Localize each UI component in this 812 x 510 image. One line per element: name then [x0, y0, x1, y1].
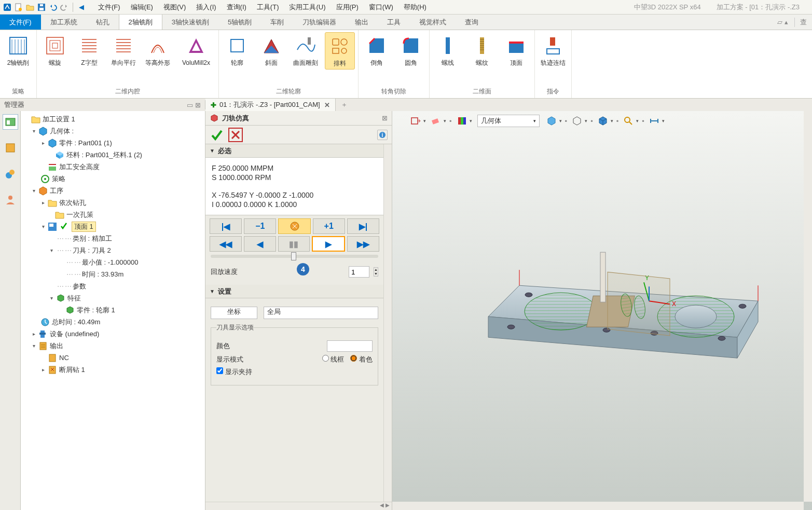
ribbon-btn-link[interactable]: 轨迹连结: [538, 32, 568, 68]
save-icon[interactable]: [36, 2, 47, 12]
cancel-button[interactable]: [228, 128, 243, 142]
playback-play-button[interactable]: ▶: [312, 236, 345, 252]
ribbon-tab-editor[interactable]: 刀轨编辑器: [293, 15, 346, 30]
ribbon-tab-sys[interactable]: 加工系统: [41, 15, 87, 30]
ribbon-btn-fillet[interactable]: 圆角: [396, 32, 426, 68]
playback-forward-button[interactable]: ▶▶: [347, 236, 379, 252]
ribbon-btn-nest[interactable]: 排料: [325, 32, 355, 70]
tree-total[interactable]: 总时间 : 40.49m: [23, 316, 203, 328]
ribbon-btn-bevel[interactable]: 斜面: [256, 32, 286, 68]
ribbon-btn-thread[interactable]: 螺纹: [467, 32, 497, 68]
menu-app[interactable]: 应用(P): [331, 3, 364, 12]
menu-tools[interactable]: 工具(T): [252, 3, 284, 12]
tree-chip[interactable]: ▸断屑钻 1: [23, 364, 203, 376]
playback-rewind-button[interactable]: ◀◀: [210, 236, 242, 252]
rail-btn-geometry[interactable]: [3, 140, 18, 156]
tree-drillonce[interactable]: 一次孔策: [23, 209, 203, 220]
mode-shade-radio[interactable]: 着色: [350, 355, 373, 364]
ribbon-btn-mill2ax[interactable]: 2轴铣削: [3, 32, 33, 68]
rail-btn-manager[interactable]: [3, 114, 18, 130]
tree-min[interactable]: ⋯⋯最小值 : -1.000000: [23, 256, 203, 268]
ribbon-tab-mill5[interactable]: 5轴铣削: [218, 15, 261, 30]
sim-hscrollbar[interactable]: ◀ ▶: [378, 502, 392, 510]
close-tab-icon[interactable]: ✕: [324, 101, 330, 109]
ribbon-tab-mill2[interactable]: 2轴铣削: [119, 15, 162, 30]
ribbon-tab-output[interactable]: 输出: [346, 15, 378, 30]
color-swatch[interactable]: [327, 340, 373, 352]
tree-root[interactable]: 加工设置 1: [23, 113, 203, 125]
info-button[interactable]: i: [377, 130, 388, 140]
playback-last-button[interactable]: ▶|: [347, 218, 379, 234]
sim-section-required[interactable]: ▼必选: [205, 144, 383, 158]
ribbon-tab-lathe[interactable]: 车削: [261, 15, 293, 30]
mode-wire-radio[interactable]: 线框: [322, 355, 345, 364]
tree-class[interactable]: ⋯⋯类别 : 精加工: [23, 232, 203, 244]
vt-exit-icon[interactable]: [409, 114, 422, 128]
ribbon-btn-chamfer[interactable]: 倒角: [362, 32, 392, 68]
ribbon-btn-topface[interactable]: 顶面: [501, 32, 531, 68]
show-holder-check[interactable]: 显示夹持: [216, 367, 252, 377]
undo-icon[interactable]: [48, 2, 58, 12]
vt-eraser-icon[interactable]: [429, 114, 443, 128]
rail-btn-user[interactable]: [3, 192, 18, 208]
menu-view[interactable]: 视图(V): [158, 3, 191, 12]
ribbon-btn-volumill[interactable]: VoluMill2x: [177, 32, 215, 68]
speed-spinner[interactable]: ▲▼: [374, 267, 378, 277]
playback-record-button[interactable]: [278, 218, 310, 234]
vt-wire-icon[interactable]: [570, 114, 584, 128]
tree-topface[interactable]: ▾顶面 1: [23, 220, 203, 232]
menu-edit[interactable]: 编辑(E): [126, 3, 158, 12]
tree-featpart[interactable]: 零件 : 轮廓 1: [23, 304, 203, 316]
sim-section-settings[interactable]: ▼设置: [205, 285, 383, 298]
ribbon-search-icon[interactable]: 查: [794, 18, 807, 27]
sim-close-icon[interactable]: ⊠: [382, 114, 388, 122]
tree-tool[interactable]: ▾⋯⋯刀具 : 刀具 2: [23, 244, 203, 256]
playback-stepback-button[interactable]: ◀: [244, 236, 276, 252]
viewport[interactable]: ▾ ▾ • ▾ 几何体▾ ▾ • ▾ • ▾ • ▾ • ▾: [392, 111, 812, 510]
tree-geometry[interactable]: ▾几何体 :: [23, 125, 203, 137]
redo-icon[interactable]: [59, 2, 70, 12]
ribbon-btn-helix[interactable]: 螺线: [433, 32, 463, 68]
menu-help[interactable]: 帮助(H): [398, 3, 432, 12]
close-panel-icon[interactable]: ⊠: [195, 101, 201, 109]
menu-insert[interactable]: 插入(I): [191, 3, 221, 12]
add-tab-button[interactable]: ＋: [336, 100, 353, 109]
playback-plus1-button[interactable]: +1: [313, 218, 345, 234]
ribbon-tab-tools[interactable]: 工具: [378, 15, 410, 30]
menu-window[interactable]: 窗口(W): [364, 3, 398, 12]
ribbon-tab-drill[interactable]: 钻孔: [87, 15, 119, 30]
playback-first-button[interactable]: |◀: [210, 218, 242, 234]
tree-nc[interactable]: NC: [23, 352, 203, 364]
caret-icon[interactable]: ◀: [76, 2, 87, 12]
sim-scrollbar[interactable]: [383, 144, 392, 502]
tree-part[interactable]: ▸零件 : Part001 (1): [23, 137, 203, 149]
tree-drillseq[interactable]: ▸依次钻孔: [23, 197, 203, 209]
ribbon-tab-mill3[interactable]: 3轴快速铣削: [162, 15, 218, 30]
ribbon-btn-spiral[interactable]: 螺旋: [40, 32, 70, 68]
pin-icon[interactable]: ▭: [187, 101, 193, 109]
viewport-vscrollbar[interactable]: [804, 111, 812, 502]
playback-pause-button[interactable]: ▮▮: [278, 236, 310, 252]
ribbon-tab-query[interactable]: 查询: [456, 15, 488, 30]
tree-device[interactable]: ▸设备 (undefined): [23, 328, 203, 340]
ribbon-btn-oneway[interactable]: 单向平行: [108, 32, 139, 68]
ribbon-tab-file[interactable]: 文件(F): [0, 15, 41, 30]
open-icon[interactable]: [25, 2, 35, 12]
ribbon-btn-zshape[interactable]: Z字型: [74, 32, 104, 68]
new-icon[interactable]: [13, 2, 24, 12]
playback-minus1-button[interactable]: −1: [244, 218, 276, 234]
ribbon-collapse-icon[interactable]: ▱ ▴: [777, 18, 788, 26]
document-tab[interactable]: ✚ 01：孔演示 -.Z3 - [Part001_CAM] ✕: [205, 99, 336, 111]
playback-position-slider[interactable]: [211, 255, 378, 258]
playback-speed-input[interactable]: [349, 266, 369, 278]
tree-ops[interactable]: ▾工序: [23, 185, 203, 197]
vt-zoom-icon[interactable]: [622, 114, 635, 128]
menu-file[interactable]: 文件(F): [93, 3, 126, 12]
tree-output[interactable]: ▾输出: [23, 340, 203, 352]
menu-util[interactable]: 实用工具(U): [284, 3, 331, 12]
tree-time[interactable]: ⋯⋯时间 : 33.93m: [23, 268, 203, 280]
ribbon-btn-highcontour[interactable]: 等高外形: [143, 32, 173, 68]
tree-safe[interactable]: 加工安全高度: [23, 161, 203, 173]
coord-value-input[interactable]: 全局: [264, 307, 378, 319]
vt-palette-icon[interactable]: [455, 114, 469, 128]
